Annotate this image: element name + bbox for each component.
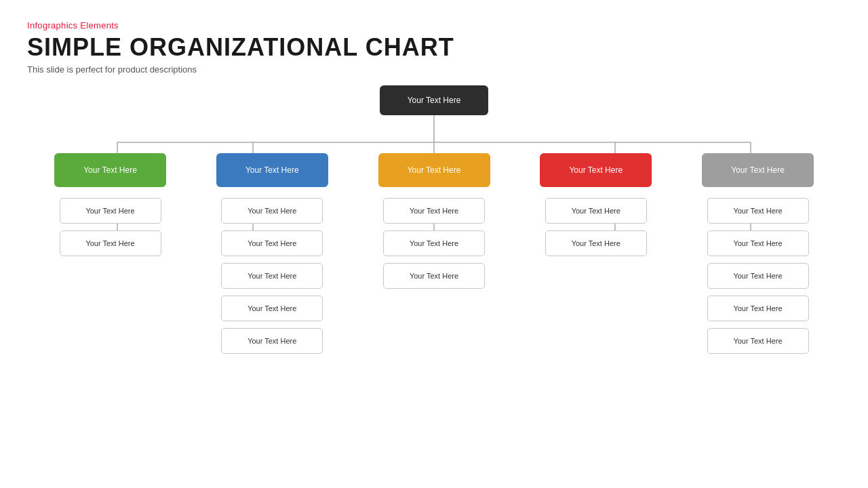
child-label: Your Text Here bbox=[85, 207, 134, 215]
list-item[interactable]: Your Text Here bbox=[707, 230, 809, 256]
list-item[interactable]: Your Text Here bbox=[545, 198, 647, 224]
list-item[interactable]: Your Text Here bbox=[221, 296, 323, 321]
col-header-orange-label: Your Text Here bbox=[408, 165, 461, 175]
column-gray: Your Text Here Your Text Here Your Text … bbox=[695, 153, 821, 361]
list-item[interactable]: Your Text Here bbox=[221, 230, 323, 256]
list-item[interactable]: Your Text Here bbox=[221, 328, 323, 354]
child-label: Your Text Here bbox=[733, 272, 782, 280]
child-label: Your Text Here bbox=[733, 207, 782, 215]
child-label: Your Text Here bbox=[572, 239, 620, 247]
column-red: Your Text Here Your Text Here Your Text … bbox=[533, 153, 658, 361]
children-green: Your Text Here Your Text Here bbox=[60, 198, 161, 263]
col-header-gray-label: Your Text Here bbox=[731, 165, 785, 175]
col-header-blue-label: Your Text Here bbox=[245, 165, 299, 175]
col-header-red-label: Your Text Here bbox=[569, 165, 623, 175]
root-node[interactable]: Your Text Here bbox=[380, 85, 488, 115]
column-green: Your Text Here Your Text Here Your Text … bbox=[47, 153, 173, 361]
child-label: Your Text Here bbox=[248, 239, 296, 247]
children-orange: Your Text Here Your Text Here Your Text … bbox=[383, 198, 485, 296]
col-header-gray[interactable]: Your Text Here bbox=[702, 153, 814, 187]
child-label: Your Text Here bbox=[85, 239, 134, 247]
col-header-red[interactable]: Your Text Here bbox=[540, 153, 652, 187]
list-item[interactable]: Your Text Here bbox=[221, 263, 323, 289]
page: Infographics Elements SIMPLE ORGANIZATIO… bbox=[0, 0, 868, 488]
col-header-orange[interactable]: Your Text Here bbox=[378, 153, 490, 187]
col-header-green-label: Your Text Here bbox=[83, 165, 137, 175]
page-description: This slide is perfect for product descri… bbox=[27, 64, 841, 75]
root-label: Your Text Here bbox=[408, 96, 461, 105]
list-item[interactable]: Your Text Here bbox=[707, 328, 809, 354]
children-gray: Your Text Here Your Text Here Your Text … bbox=[707, 198, 809, 361]
children-red: Your Text Here Your Text Here bbox=[545, 198, 647, 263]
list-item[interactable]: Your Text Here bbox=[383, 230, 485, 256]
child-label: Your Text Here bbox=[248, 337, 296, 345]
col-header-blue[interactable]: Your Text Here bbox=[216, 153, 328, 187]
child-label: Your Text Here bbox=[572, 207, 620, 215]
list-item[interactable]: Your Text Here bbox=[707, 263, 809, 289]
subtitle: Infographics Elements bbox=[27, 20, 841, 30]
columns-container: Your Text Here Your Text Here Your Text … bbox=[27, 153, 841, 361]
col-header-green[interactable]: Your Text Here bbox=[54, 153, 166, 187]
children-blue: Your Text Here Your Text Here Your Text … bbox=[221, 198, 323, 361]
list-item[interactable]: Your Text Here bbox=[545, 230, 647, 256]
column-orange: Your Text Here Your Text Here Your Text … bbox=[372, 153, 497, 361]
list-item[interactable]: Your Text Here bbox=[707, 198, 809, 224]
list-item[interactable]: Your Text Here bbox=[60, 198, 161, 224]
chart-area: Your Text Here Your Text Here Your Text … bbox=[27, 85, 841, 465]
child-label: Your Text Here bbox=[410, 239, 458, 247]
child-label: Your Text Here bbox=[733, 304, 782, 312]
page-title: SIMPLE ORGANIZATIONAL CHART bbox=[27, 33, 841, 62]
list-item[interactable]: Your Text Here bbox=[383, 263, 485, 289]
column-blue: Your Text Here Your Text Here Your Text … bbox=[210, 153, 335, 361]
list-item[interactable]: Your Text Here bbox=[383, 198, 485, 224]
child-label: Your Text Here bbox=[248, 304, 296, 312]
child-label: Your Text Here bbox=[733, 239, 782, 247]
child-label: Your Text Here bbox=[733, 337, 782, 345]
child-label: Your Text Here bbox=[410, 207, 458, 215]
list-item[interactable]: Your Text Here bbox=[60, 230, 161, 256]
child-label: Your Text Here bbox=[410, 272, 458, 280]
child-label: Your Text Here bbox=[248, 207, 296, 215]
child-label: Your Text Here bbox=[248, 272, 296, 280]
list-item[interactable]: Your Text Here bbox=[707, 296, 809, 321]
list-item[interactable]: Your Text Here bbox=[221, 198, 323, 224]
